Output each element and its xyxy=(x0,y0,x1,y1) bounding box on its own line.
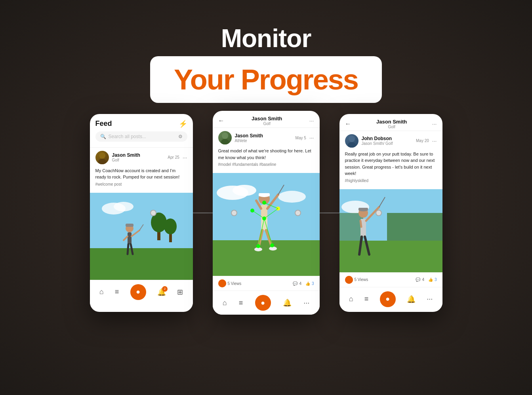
nav-home[interactable]: ⌂ xyxy=(99,288,104,296)
center-more-button[interactable]: ··· xyxy=(309,118,314,124)
center-top-user: Jason Smith Golf xyxy=(252,116,282,126)
left-post-tags: #welcome post xyxy=(95,182,187,186)
filter-icon: ⚙ xyxy=(178,134,183,139)
right-post-tags: #highlyskilled xyxy=(345,179,437,183)
left-post-more[interactable]: ··· xyxy=(183,154,187,161)
svg-point-50 xyxy=(349,136,355,142)
svg-rect-13 xyxy=(126,224,133,227)
svg-point-1 xyxy=(98,159,106,164)
phones-container: Feed ⚡ 🔍 Search all posts... ⚙ xyxy=(90,111,442,315)
svg-rect-11 xyxy=(128,232,132,244)
nav-record[interactable]: ● xyxy=(130,284,146,300)
center-nav-home[interactable]: ⌂ xyxy=(223,299,227,307)
center-views-count: 5 Views xyxy=(228,281,242,286)
center-nav-bell[interactable]: 🔔 xyxy=(283,298,292,307)
left-bottom-nav: ⌂ ≡ ● 🔔 2 ⊞ xyxy=(90,280,193,304)
right-post-stats: 5 Views 💬 4 👍 3 xyxy=(339,272,442,287)
center-home-icon: ⌂ xyxy=(223,299,227,307)
right-nav-more[interactable]: ··· xyxy=(427,295,433,303)
right-golf-scene xyxy=(339,189,442,272)
right-post-text: Really great job on your putt today. Be … xyxy=(345,151,437,177)
svg-rect-25 xyxy=(213,240,320,276)
right-likes-count: 3 xyxy=(435,277,437,282)
center-comments: 💬 4 xyxy=(293,281,301,286)
center-post-date: May 5 xyxy=(296,136,306,140)
center-post-image xyxy=(213,173,320,276)
left-post-user-info: Jason Smith Golf xyxy=(112,152,165,162)
center-record-icon: ● xyxy=(255,295,271,311)
page-title: Monitor xyxy=(150,24,382,53)
nav-grid[interactable]: ⊞ xyxy=(177,288,183,296)
right-nav-bell[interactable]: 🔔 xyxy=(407,295,416,304)
center-bell-icon: 🔔 xyxy=(283,298,292,307)
lightning-icon: ⚡ xyxy=(179,120,187,128)
feed-title: Feed xyxy=(95,120,112,128)
right-back-button[interactable]: ← xyxy=(345,120,351,127)
center-username: Jason Smith xyxy=(252,116,282,122)
connector-dot-right xyxy=(376,210,382,216)
center-post-more[interactable]: ··· xyxy=(309,135,314,141)
phones-wrapper: Feed ⚡ 🔍 Search all posts... ⚙ xyxy=(90,111,442,315)
right-post-date: May 20 xyxy=(416,139,429,143)
left-post-text: My CoachNow account is created and I'm r… xyxy=(95,167,187,180)
svg-point-66 xyxy=(345,276,353,284)
center-back-button[interactable]: ← xyxy=(218,117,225,124)
right-nav-record[interactable]: ● xyxy=(380,291,396,307)
center-post-tags: #model #fundamentals #baseline xyxy=(218,162,314,167)
center-nav-list[interactable]: ≡ xyxy=(239,299,243,307)
bell-badge: 2 xyxy=(162,286,168,292)
center-nav-record[interactable]: ● xyxy=(255,295,271,311)
right-more-button[interactable]: ··· xyxy=(432,121,437,127)
right-comments-count: 4 xyxy=(422,277,424,282)
right-post-subtitle: Jason Smith/ Golf xyxy=(362,141,413,146)
right-list-icon: ≡ xyxy=(364,295,369,303)
home-icon: ⌂ xyxy=(99,288,104,296)
nav-bell[interactable]: 🔔 2 xyxy=(157,288,166,296)
right-nav-list[interactable]: ≡ xyxy=(364,295,369,303)
right-thumbs-icon: 👍 xyxy=(428,277,433,282)
right-likes: 👍 3 xyxy=(428,277,437,282)
center-views: 5 Views xyxy=(218,279,242,287)
right-username: Jason Smith xyxy=(376,119,407,125)
svg-point-4 xyxy=(114,202,133,211)
svg-point-23 xyxy=(233,185,256,196)
left-phone: Feed ⚡ 🔍 Search all posts... ⚙ xyxy=(90,114,193,312)
center-post-user-info: Jason Smith Athlete xyxy=(235,133,292,143)
page-header: Monitor Your Progress xyxy=(150,24,382,103)
svg-point-24 xyxy=(278,191,306,203)
subtitle-box: Your Progress xyxy=(150,56,382,103)
center-list-icon: ≡ xyxy=(239,299,243,307)
svg-rect-56 xyxy=(339,241,442,272)
comment-icon: 💬 xyxy=(293,281,297,286)
center-post-stats: 5 Views 💬 4 👍 3 xyxy=(213,276,320,291)
left-avatar xyxy=(95,151,109,164)
right-avatar xyxy=(345,134,358,148)
list-icon: ≡ xyxy=(115,288,119,296)
left-post-sport: Golf xyxy=(112,158,165,162)
search-bar[interactable]: 🔍 Search all posts... ⚙ xyxy=(95,131,187,142)
center-avatar-img xyxy=(218,131,232,144)
center-bottom-nav: ⌂ ≡ ● 🔔 ··· xyxy=(213,291,320,315)
right-post-image xyxy=(339,189,442,272)
right-comment-icon: 💬 xyxy=(416,277,420,282)
center-post-header: Jason Smith Athlete May 5 ··· xyxy=(213,128,320,148)
right-top-user: Jason Smith Golf xyxy=(376,119,407,129)
thumbs-icon: 👍 xyxy=(305,281,310,286)
search-icon: 🔍 xyxy=(100,134,106,139)
center-post-username: Jason Smith xyxy=(235,133,292,139)
connector-dot-center-left xyxy=(231,210,237,216)
right-avatar-img xyxy=(345,134,358,148)
right-nav-home[interactable]: ⌂ xyxy=(349,295,353,303)
svg-rect-30 xyxy=(259,193,270,196)
center-sport: Golf xyxy=(252,122,282,126)
right-post-content: Really great job on your putt today. Be … xyxy=(339,151,442,189)
svg-line-62 xyxy=(360,221,361,227)
nav-list[interactable]: ≡ xyxy=(115,288,119,296)
svg-point-0 xyxy=(99,152,105,159)
left-post-header: Jason Smith Golf Apr 25 ··· xyxy=(90,148,193,167)
right-post-more[interactable]: ··· xyxy=(432,138,437,144)
center-nav-more[interactable]: ··· xyxy=(303,299,309,307)
avatar-image xyxy=(95,151,109,164)
right-home-icon: ⌂ xyxy=(349,295,353,303)
svg-point-19 xyxy=(222,133,228,139)
